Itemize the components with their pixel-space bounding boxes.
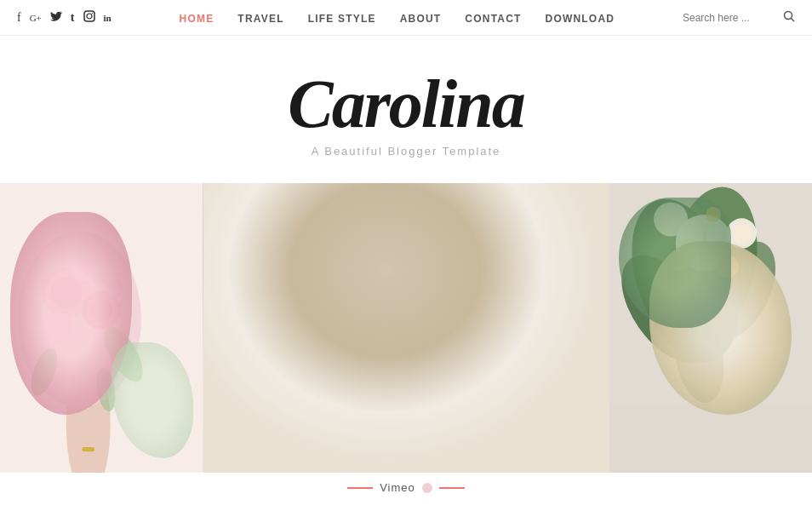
search-area [683, 10, 795, 25]
gallery-item-flowers [0, 183, 203, 473]
nav-item-contact[interactable]: CONTACT [465, 10, 521, 26]
svg-rect-77 [609, 404, 813, 473]
gallery-section: FEVRIER 2016 [0, 183, 812, 473]
svg-point-27 [512, 212, 565, 284]
svg-point-3 [784, 12, 792, 20]
svg-rect-53 [441, 387, 496, 432]
instagram-icon[interactable] [83, 10, 95, 26]
svg-rect-31 [283, 330, 492, 469]
svg-line-22 [203, 335, 609, 336]
svg-point-76 [701, 218, 728, 249]
footer-vimeo-label: Vimeo [380, 481, 415, 494]
svg-point-30 [489, 282, 535, 339]
svg-rect-0 [84, 11, 94, 21]
svg-rect-19 [203, 183, 609, 473]
svg-point-71 [732, 224, 751, 243]
svg-point-10 [82, 290, 121, 330]
google-plus-icon[interactable]: G+ [30, 13, 42, 23]
svg-point-16 [73, 260, 94, 281]
main-nav: HOME TRAVEL LIFE STYLE ABOUT CONTACT DOW… [180, 10, 615, 26]
search-button[interactable] [783, 10, 795, 25]
svg-point-73 [671, 252, 689, 271]
svg-text:FEVRIER 2016: FEVRIER 2016 [357, 346, 414, 358]
svg-line-35 [300, 376, 463, 389]
svg-rect-18 [82, 447, 94, 451]
twitter-icon[interactable] [50, 11, 62, 25]
brand-section: Carolina A Beautiful Blogger Template [0, 36, 812, 183]
gallery-item-floral [609, 183, 813, 473]
svg-point-17 [106, 279, 123, 297]
footer-label-left: Vimeo [347, 481, 465, 494]
footer-circle [422, 483, 432, 493]
svg-point-50 [399, 210, 404, 215]
coffee-image: FEVRIER 2016 [203, 183, 609, 473]
svg-point-65 [675, 215, 732, 272]
svg-point-66 [683, 222, 724, 264]
nav-item-download[interactable]: DOWNLOAD [546, 10, 615, 26]
nav-item-travel[interactable]: TRAVEL [237, 10, 283, 26]
svg-line-57 [542, 377, 569, 388]
svg-point-11 [90, 299, 113, 322]
svg-line-23 [203, 390, 609, 392]
svg-line-39 [300, 420, 463, 432]
svg-point-6 [66, 354, 111, 473]
linkedin-icon[interactable]: in [104, 13, 112, 23]
svg-point-7 [18, 231, 141, 407]
svg-point-75 [681, 216, 707, 247]
svg-point-43 [340, 183, 472, 318]
svg-line-36 [300, 388, 454, 400]
svg-line-33 [300, 354, 467, 367]
svg-point-72 [716, 256, 739, 278]
svg-line-4 [791, 19, 794, 22]
svg-line-21 [203, 279, 609, 284]
svg-rect-54 [492, 373, 547, 418]
svg-point-74 [706, 207, 721, 222]
svg-point-8 [42, 267, 91, 317]
svg-line-56 [422, 411, 444, 420]
svg-line-55 [492, 400, 496, 401]
svg-point-67 [692, 232, 715, 255]
flowers-image [0, 183, 203, 473]
svg-point-64 [667, 306, 730, 407]
nav-item-about[interactable]: ABOUT [400, 10, 442, 26]
nav-item-home[interactable]: HOME [180, 10, 214, 26]
svg-point-28 [540, 187, 573, 240]
svg-point-12 [42, 312, 73, 343]
facebook-icon[interactable]: f [17, 11, 21, 25]
svg-line-37 [300, 399, 459, 411]
svg-point-9 [50, 277, 82, 308]
svg-point-42 [331, 299, 481, 330]
svg-line-24 [203, 441, 609, 443]
svg-point-48 [400, 227, 439, 261]
svg-point-49 [376, 218, 383, 225]
svg-point-69 [660, 209, 680, 229]
site-header: f G+ t in HOME TRAVEL LIFE STYLE ABOUT C… [0, 0, 812, 36]
svg-point-51 [420, 219, 428, 227]
svg-line-34 [300, 366, 459, 379]
svg-point-26 [228, 236, 266, 297]
footer-bar: Vimeo [0, 473, 812, 502]
svg-point-25 [247, 192, 300, 270]
svg-point-52 [412, 233, 417, 238]
footer-line-right [439, 487, 465, 489]
svg-point-47 [366, 204, 419, 254]
floral-image [609, 183, 813, 473]
svg-line-40 [300, 432, 441, 443]
svg-point-68 [654, 202, 688, 236]
svg-line-38 [300, 411, 449, 422]
svg-point-29 [296, 183, 321, 227]
svg-point-2 [91, 12, 92, 13]
search-input[interactable] [683, 12, 776, 24]
nav-item-lifestyle[interactable]: LIFE STYLE [308, 10, 376, 26]
svg-point-45 [355, 188, 457, 294]
brand-title: Carolina [17, 70, 795, 138]
gallery-item-coffee: FEVRIER 2016 [203, 183, 609, 473]
svg-point-44 [341, 183, 470, 315]
tumblr-icon[interactable]: t [71, 11, 75, 25]
social-icons-group: f G+ t in [17, 10, 112, 26]
footer-line-left [347, 487, 373, 489]
svg-point-1 [87, 14, 92, 19]
svg-rect-32 [284, 332, 492, 468]
brand-subtitle: A Beautiful Blogger Template [17, 145, 795, 158]
svg-point-14 [26, 345, 62, 399]
